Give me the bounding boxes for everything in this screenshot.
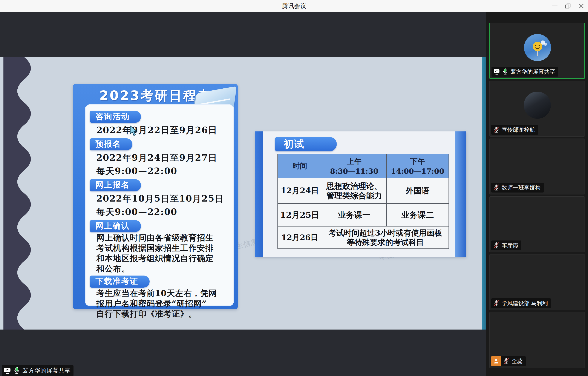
section-line: 每天9:00—22:00	[96, 206, 226, 218]
section-pill: 预报名	[90, 138, 132, 150]
cell-am: 业务课一	[322, 203, 386, 226]
table-header-row: 时间 上午 8:30—11:30 下午 14:00—17:00	[278, 154, 449, 178]
mic-muted-icon	[494, 184, 499, 191]
cell-merged: 考试时间超过3小时或有使用画板 等特殊要求的考试科目	[322, 226, 449, 249]
header-am-time: 8:30—11:30	[322, 167, 386, 176]
section-line: 和本地区报考组织情况自行确定	[96, 254, 226, 263]
meeting-content: 中国研究生招生信息网 中国研究生招生信息网 中国研究生招生信息网 中国研究生招生…	[0, 12, 588, 376]
mic-muted-icon	[494, 242, 499, 249]
table-row: 12月25日 业务课一 业务课二	[278, 203, 449, 226]
header-am-title: 上午	[322, 157, 386, 166]
cell-line: 等特殊要求的考试科目	[322, 237, 449, 247]
header-cell-afternoon: 下午 14:00—17:00	[386, 154, 449, 178]
window-controls	[548, 0, 588, 12]
section-pill: 咨询活动	[90, 111, 141, 123]
window-title: 腾讯会议	[0, 0, 588, 12]
section-pill: 网上报名	[90, 179, 141, 191]
poster-first-exam: 初试 时间 上午 8:30—11:30 下午 14:00—17:00	[255, 132, 466, 257]
avatar	[524, 323, 551, 350]
minimize-button[interactable]	[548, 0, 561, 12]
avatar	[524, 92, 551, 119]
section-line: 自行下载打印《准考证》。	[96, 309, 226, 319]
titlebar: 腾讯会议	[0, 0, 588, 12]
table-row: 12月26日 考试时间超过3小时或有使用画板 等特殊要求的考试科目	[278, 226, 449, 249]
section-line: 报用户名和密码登录“研招网”	[96, 299, 226, 308]
header-pm-time: 14:00—17:00	[387, 167, 449, 176]
avatar	[524, 265, 551, 292]
header-pm-title: 下午	[387, 157, 449, 166]
section-pre-registration: 预报名 2022年9月24日至9月27日 每天9:00—22:00	[93, 138, 226, 177]
cell-am: 思想政治理论、 管理类综合能力	[322, 178, 386, 203]
host-badge-icon	[491, 356, 501, 366]
section-line: 考生应当在考前10天左右，凭网	[96, 288, 226, 298]
share-edge-divider	[482, 57, 486, 330]
section-line: 每天9:00—22:00	[96, 165, 226, 177]
close-icon	[579, 3, 584, 9]
participant-name: 裴方华的屏幕共享	[510, 68, 555, 76]
close-button[interactable]	[575, 0, 588, 12]
participant-tile-quanrui[interactable]: 全蕊	[489, 312, 585, 368]
section-line: 网上确认时间由各省级教育招生	[96, 233, 226, 243]
section-online-registration: 网上报名 2022年10月5日至10月25日 每天9:00—22:00	[93, 179, 226, 218]
cell-date: 12月26日	[278, 226, 322, 249]
section-consultation: 咨询活动 2022年9月22日至9月26日	[93, 111, 226, 136]
mic-muted-icon	[494, 300, 499, 307]
screen-share-icon	[494, 68, 500, 75]
cell-line: 考试时间超过3小时或有使用画板	[322, 228, 449, 237]
section-line: 2022年10月5日至10月25日	[96, 193, 226, 205]
section-online-confirmation: 网上确认 网上确认时间由各省级教育招生 考试机构根据国家招生工作安排 和本地区报…	[93, 220, 226, 273]
minimize-icon	[552, 6, 557, 6]
screen-share-area: 中国研究生招生信息网 中国研究生招生信息网 中国研究生招生信息网 中国研究生招生…	[0, 12, 486, 376]
cell-line: 思想政治理论、	[322, 181, 386, 191]
wave-decoration	[3, 57, 38, 330]
mic-muted-icon	[503, 358, 509, 365]
mic-on-icon	[502, 68, 508, 75]
participant-tile-cheyanxia[interactable]: 车彦霞	[489, 196, 585, 252]
participant-name: 车彦霞	[502, 242, 518, 249]
participant-name: 数师一班李娅梅	[502, 184, 541, 191]
participant-name: 全蕊	[512, 357, 523, 365]
section-line: 2022年9月24日至9月27日	[96, 152, 226, 164]
section-line: 2022年9月22日至9月26日	[96, 124, 226, 136]
participant-tile-xiezihang[interactable]: 宣传部谢梓航	[489, 81, 585, 137]
participant-name: 学风建设部 马利利	[502, 300, 548, 307]
participants-sidebar: 裴方华的屏幕共享 宣传部谢梓航 数师一班李娅梅	[486, 12, 588, 376]
screen-share-icon	[4, 367, 11, 374]
exam-schedule-table: 时间 上午 8:30—11:30 下午 14:00—17:00 12月24日	[277, 154, 449, 249]
section-pill: 网上确认	[90, 220, 141, 232]
cell-pm: 业务课二	[386, 203, 449, 226]
shared-slide: 中国研究生招生信息网 中国研究生招生信息网 中国研究生招生信息网 中国研究生招生…	[0, 57, 482, 330]
header-cell-time: 时间	[278, 154, 322, 178]
table-row: 12月24日 思想政治理论、 管理类综合能力 外国语	[278, 178, 449, 203]
section-line: 和公布。	[96, 264, 226, 273]
poster-panel: 咨询活动 2022年9月22日至9月26日 预报名 2022年9月24日至9月2…	[85, 104, 234, 306]
screen-share-indicator: 裴方华的屏幕共享	[2, 365, 74, 376]
mouse-cursor-icon	[129, 125, 138, 137]
poster-edge-strip	[455, 132, 466, 257]
restore-icon	[565, 3, 571, 9]
mic-muted-icon	[494, 126, 499, 133]
cell-date: 12月25日	[278, 203, 322, 226]
poster-schedule-2023: 2023考研日程表 咨询活动 2022年9月22日至9月26日 预报名 2022…	[73, 84, 238, 309]
first-exam-pill: 初试	[275, 137, 337, 151]
participant-tile-malili[interactable]: 学风建设部 马利利	[489, 254, 585, 310]
restore-button[interactable]	[561, 0, 575, 12]
avatar	[524, 207, 551, 234]
participant-name: 宣传部谢梓航	[502, 126, 535, 133]
avatar	[524, 150, 551, 177]
participant-tile-liyamei[interactable]: 数师一班李娅梅	[489, 139, 585, 194]
section-pill: 下载准考证	[90, 276, 150, 288]
poster-edge-strip	[255, 132, 263, 257]
section-line: 考试机构根据国家招生工作安排	[96, 243, 226, 253]
participant-tile-peifanghua[interactable]: 裴方华的屏幕共享	[489, 23, 585, 79]
section-download-ticket: 下载准考证 考生应当在考前10天左右，凭网 报用户名和密码登录“研招网” 自行下…	[93, 276, 226, 319]
cell-pm: 外国语	[386, 178, 449, 203]
cell-line: 管理类综合能力	[322, 191, 386, 200]
header-cell-morning: 上午 8:30—11:30	[322, 154, 386, 178]
cell-date: 12月24日	[278, 178, 322, 203]
share-indicator-label: 裴方华的屏幕共享	[22, 366, 71, 375]
avatar	[524, 34, 551, 61]
mic-on-icon	[13, 367, 20, 375]
